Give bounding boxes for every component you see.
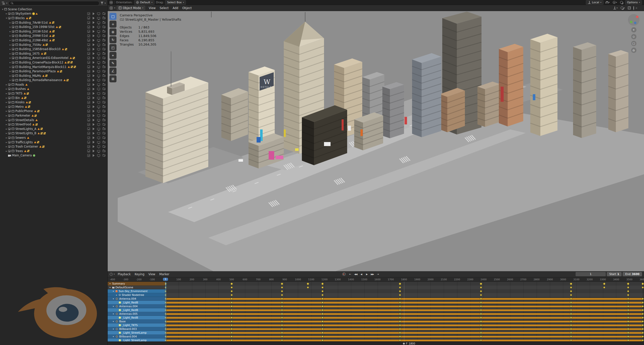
shading-wireframe-button[interactable] (633, 6, 634, 10)
expand-arrow-icon[interactable]: ▸ (5, 150, 8, 152)
keyframe-diamond[interactable] (230, 282, 233, 285)
outliner-search[interactable] (9, 1, 99, 6)
viewport-disable-toggle[interactable] (97, 101, 100, 103)
exclude-checkbox[interactable] (12, 79, 14, 81)
render-disable-toggle[interactable] (102, 84, 105, 86)
keyframe-diamond[interactable] (627, 294, 629, 296)
viewport-disable-toggle[interactable] (97, 22, 100, 24)
selectable-toggle[interactable] (92, 34, 95, 37)
viewport-disable-toggle[interactable] (97, 146, 100, 148)
selectable-toggle[interactable] (92, 127, 95, 130)
exclude-toggle[interactable] (87, 114, 90, 117)
render-disable-toggle[interactable] (102, 53, 105, 55)
outliner-row[interactable]: ▸Trash Container (0, 144, 107, 149)
render-disable-toggle[interactable] (102, 128, 105, 130)
outliner-row[interactable]: ▸Trees (0, 149, 107, 153)
channel-expand-icon[interactable]: ▾ (112, 335, 114, 338)
render-disable-toggle[interactable] (102, 150, 105, 152)
filter-icon[interactable] (101, 2, 103, 5)
shading-solid-button[interactable] (636, 8, 637, 9)
exclude-toggle[interactable] (87, 101, 90, 104)
viewport-disable-toggle[interactable] (97, 137, 100, 139)
dopesheet-channel[interactable]: ▸Shader Nodetree (108, 293, 165, 297)
expand-arrow-icon[interactable]: ▸ (9, 70, 12, 73)
render-disable-toggle[interactable] (102, 70, 105, 72)
keyframe-diamond[interactable] (281, 282, 284, 285)
render-disable-toggle[interactable] (102, 110, 105, 112)
outliner-row[interactable]: ▸Building_209W-51st (0, 34, 107, 38)
selectable-toggle[interactable] (92, 150, 95, 152)
keyframe-diamond[interactable] (230, 294, 233, 296)
render-disable-toggle[interactable] (102, 61, 105, 63)
shading-material-button[interactable] (638, 8, 639, 9)
exclude-checkbox[interactable] (12, 26, 14, 28)
exclude-toggle[interactable] (87, 48, 90, 51)
exclude-checkbox[interactable] (12, 70, 14, 73)
exclude-toggle[interactable] (87, 39, 90, 42)
axis-gizmo[interactable] (628, 14, 639, 26)
outliner-row[interactable]: ▸StreetLights_B (0, 131, 107, 136)
viewport-disable-toggle[interactable] (97, 84, 100, 86)
timeline-marker[interactable]: F_1800 (403, 342, 415, 345)
overlay-toggle[interactable] (619, 1, 624, 4)
keyframe-diamond[interactable] (399, 290, 401, 293)
viewport-disable-toggle[interactable] (97, 110, 100, 112)
outliner-row[interactable]: ▸Bushes (0, 87, 107, 91)
render-disable-toggle[interactable] (102, 22, 105, 24)
keyframe-diamond[interactable] (399, 282, 401, 285)
outliner-row[interactable]: ▸Building_MarriotMarquis-Block11 (0, 65, 107, 69)
shading-rendered-button[interactable] (641, 8, 642, 9)
prev-keyframe-button[interactable]: ◀◀ (353, 272, 358, 276)
auto-key-record-button[interactable] (342, 272, 346, 276)
render-disable-toggle[interactable] (102, 132, 105, 134)
outliner-row[interactable]: ▸Building_219W-49st (0, 38, 107, 43)
exclude-toggle[interactable] (87, 88, 90, 90)
viewport-disable-toggle[interactable] (97, 39, 100, 41)
selectable-toggle[interactable] (92, 83, 95, 86)
exclude-checkbox[interactable] (8, 132, 11, 134)
editor-type-caret[interactable]: ▾ (6, 2, 7, 4)
editor-type-icon[interactable] (110, 7, 113, 10)
exclude-toggle[interactable] (87, 150, 90, 152)
exclude-toggle[interactable] (87, 83, 90, 86)
exclude-checkbox[interactable] (12, 34, 14, 37)
add-cube-tool[interactable]: ⊞ (109, 75, 116, 82)
viewport-disable-toggle[interactable] (97, 35, 100, 37)
viewport-disable-toggle[interactable] (97, 79, 100, 81)
expand-arrow-icon[interactable]: ▸ (9, 30, 12, 33)
channel-expand-icon[interactable]: ▾ (112, 313, 114, 315)
outliner-row[interactable]: ▸Building_159-199W-50st (0, 25, 107, 29)
selectable-toggle[interactable] (92, 43, 95, 46)
play-reverse-button[interactable]: ◀ (359, 272, 364, 276)
exclude-toggle[interactable] (87, 65, 90, 68)
zoom-button[interactable]: + (631, 27, 636, 32)
viewport-disable-toggle[interactable] (97, 70, 100, 72)
dopesheet-channel[interactable]: _Light_RedB (108, 301, 165, 304)
viewport-disable-toggle[interactable] (97, 75, 100, 77)
outliner-row[interactable]: ▾Scene Collection (0, 7, 107, 12)
keyframe-diamond[interactable] (321, 286, 324, 289)
viewport-disable-toggle[interactable] (97, 119, 100, 121)
expand-arrow-icon[interactable]: ▸ (5, 123, 8, 126)
exclude-toggle[interactable] (87, 136, 90, 139)
keyframe-diamond[interactable] (570, 294, 572, 296)
viewport-disable-toggle[interactable] (97, 48, 100, 50)
outliner-row[interactable]: ▸Building_M&Ms (0, 74, 107, 78)
camera-view-button[interactable]: ▢ (631, 41, 636, 46)
keyframe-diamond[interactable] (480, 286, 482, 289)
selectable-toggle[interactable] (92, 74, 95, 77)
scale-tool[interactable]: ◰ (109, 44, 116, 51)
outliner-row[interactable]: ▸SkySystem (0, 12, 107, 16)
render-disable-toggle[interactable] (102, 101, 105, 103)
outliner-row[interactable]: ▸Building_ParamountPlaza (0, 69, 107, 74)
selectable-toggle[interactable] (92, 48, 95, 51)
outliner-row[interactable]: ▸Bin (0, 96, 107, 100)
render-disable-toggle[interactable] (102, 66, 105, 68)
keyframe-diamond[interactable] (399, 286, 401, 289)
outliner-row[interactable]: ▸StreetDetails (0, 118, 107, 122)
expand-arrow-icon[interactable]: ▸ (5, 141, 8, 144)
selectable-toggle[interactable] (92, 26, 95, 28)
expand-arrow-icon[interactable]: ▸ (5, 110, 8, 112)
render-disable-toggle[interactable] (102, 123, 105, 125)
selectable-toggle[interactable] (92, 70, 95, 73)
